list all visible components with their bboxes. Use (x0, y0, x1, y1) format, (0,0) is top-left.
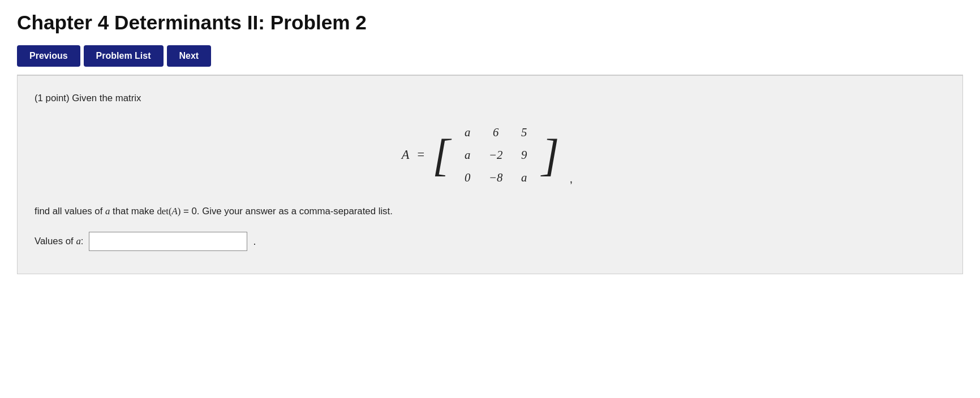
matrix-grid: a 6 5 a −2 9 0 −8 a (450, 121, 541, 189)
problem-list-button[interactable]: Problem List (84, 45, 164, 67)
page-title: Chapter 4 Determinants II: Problem 2 (17, 11, 963, 34)
trailing-comma: , (569, 172, 573, 189)
cell-0-0: a (457, 126, 478, 139)
matrix-bracket-wrap: [ a 6 5 a −2 9 0 −8 a ] (432, 121, 559, 189)
cell-1-2: 9 (514, 148, 534, 162)
answer-a-italic: a (76, 236, 80, 246)
cell-2-2: a (514, 171, 534, 184)
cell-0-1: 6 (485, 126, 506, 139)
cell-1-0: a (457, 148, 478, 162)
points-text: (1 point) Given the matrix (35, 93, 141, 103)
cell-1-1: −2 (485, 148, 506, 162)
det-formula: det(A) (157, 206, 180, 217)
next-button[interactable]: Next (167, 45, 212, 67)
matrix-a-label: A (402, 148, 410, 162)
matrix-equation: A = [ a 6 5 a −2 9 0 −8 a ] , (402, 121, 573, 189)
bracket-left: [ (432, 132, 450, 178)
answer-row: Values of a: . (35, 232, 940, 251)
period: . (253, 236, 256, 248)
cell-2-0: 0 (457, 171, 478, 184)
find-text: find all values of a that make det(A) = … (35, 206, 940, 217)
nav-buttons: Previous Problem List Next (17, 45, 963, 67)
previous-button[interactable]: Previous (17, 45, 80, 67)
find-a-italic: a (105, 206, 110, 217)
values-input[interactable] (89, 232, 247, 251)
matrix-section: A = [ a 6 5 a −2 9 0 −8 a ] , (35, 121, 940, 189)
equals-sign: = (417, 148, 424, 162)
problem-container: (1 point) Given the matrix A = [ a 6 5 a… (17, 75, 963, 274)
problem-statement: (1 point) Given the matrix (35, 93, 940, 104)
cell-2-1: −8 (485, 171, 506, 184)
answer-label: Values of a: (35, 236, 83, 247)
bracket-right: ] (541, 132, 559, 178)
cell-0-2: 5 (514, 126, 534, 139)
